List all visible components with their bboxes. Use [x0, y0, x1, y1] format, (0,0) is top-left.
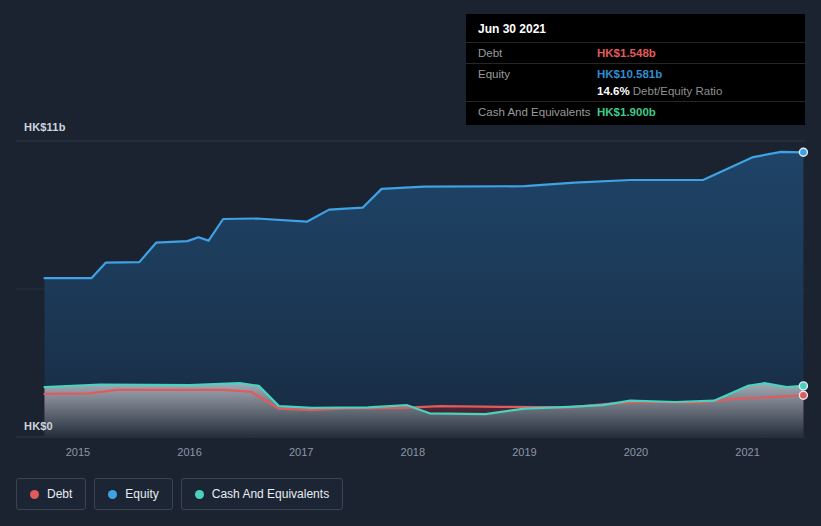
chart-legend: Debt Equity Cash And Equivalents	[16, 478, 343, 510]
x-axis-tick-label: 2021	[735, 446, 759, 458]
equity-end-marker	[799, 148, 807, 156]
debt-series-dot-icon	[30, 490, 39, 499]
tooltip-debt-value: HK$1.548b	[597, 47, 656, 59]
legend-item-cash[interactable]: Cash And Equivalents	[181, 478, 343, 510]
legend-label-equity: Equity	[125, 487, 158, 501]
cash-and-equivalents-end-marker	[799, 382, 807, 390]
tooltip-ratio-label: Debt/Equity Ratio	[630, 85, 723, 97]
equity-series-dot-icon	[108, 490, 117, 499]
y-axis-label-max: HK$11b	[24, 121, 66, 133]
cash-series-dot-icon	[195, 490, 204, 499]
x-axis-tick-label: 2017	[289, 446, 313, 458]
y-axis-label-min: HK$0	[24, 420, 53, 432]
tooltip-equity-row: Equity HK$10.581b	[466, 63, 805, 84]
x-axis-tick-label: 2015	[66, 446, 90, 458]
tooltip-ratio-value: 14.6%	[597, 85, 630, 97]
x-axis-tick-label: 2016	[177, 446, 201, 458]
x-axis-tick-label: 2018	[401, 446, 425, 458]
chart-tooltip: Jun 30 2021 Debt HK$1.548b Equity HK$10.…	[466, 14, 805, 125]
tooltip-date: Jun 30 2021	[466, 15, 805, 42]
tooltip-ratio-row: 14.6% Debt/Equity Ratio	[466, 84, 805, 101]
tooltip-cash-row: Cash And Equivalents HK$1.900b	[466, 101, 805, 122]
tooltip-debt-row: Debt HK$1.548b	[466, 42, 805, 63]
chart-area-fills	[45, 152, 804, 437]
tooltip-cash-value: HK$1.900b	[597, 106, 656, 118]
debt-end-marker	[799, 391, 807, 399]
legend-label-debt: Debt	[47, 487, 72, 501]
tooltip-cash-label: Cash And Equivalents	[478, 106, 597, 118]
tooltip-equity-label: Equity	[478, 68, 597, 80]
x-axis-labels: 2015201620172018201920202021	[66, 446, 760, 458]
legend-item-debt[interactable]: Debt	[16, 478, 86, 510]
legend-label-cash: Cash And Equivalents	[212, 487, 329, 501]
legend-item-equity[interactable]: Equity	[94, 478, 172, 510]
x-axis-tick-label: 2019	[512, 446, 536, 458]
x-axis-tick-label: 2020	[624, 446, 648, 458]
tooltip-debt-label: Debt	[478, 47, 597, 59]
tooltip-equity-value: HK$10.581b	[597, 68, 662, 80]
debt-equity-history-panel: 2015201620172018201920202021 HK$11b HK$0…	[0, 0, 821, 526]
